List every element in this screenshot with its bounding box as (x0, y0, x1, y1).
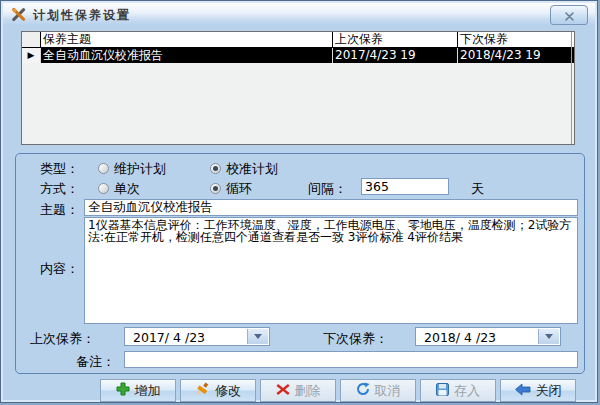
radio-single[interactable] (98, 183, 109, 194)
last-maintenance-dropdown-button[interactable] (247, 329, 268, 344)
radio-single-label[interactable]: 单次 (114, 180, 140, 198)
delete-button-label: 删除 (295, 382, 321, 400)
plan-detail-panel: 类型： 维护计划 校准计划 方式： 单次 循环 间隔： 天 主题： 内容： 1仪… (15, 153, 585, 374)
close-button[interactable]: 关闭 (500, 379, 576, 402)
save-button[interactable]: 存入 (420, 379, 496, 402)
close-button-label: 关闭 (536, 382, 562, 400)
selector-column-header (22, 32, 40, 47)
cell-next-maintenance[interactable]: 2018/4/23 19 (457, 48, 574, 63)
radio-maintenance-plan[interactable] (98, 163, 109, 174)
delete-button[interactable]: 删除 (260, 379, 336, 402)
chevron-down-icon (254, 334, 262, 339)
radio-cycle-label[interactable]: 循环 (226, 180, 252, 198)
type-label: 类型： (40, 160, 79, 178)
cell-last-maintenance[interactable]: 2017/4/23 19 (332, 48, 457, 63)
title-bar[interactable]: 计划性保养设置 (3, 3, 595, 25)
close-arrow-icon (515, 383, 531, 399)
add-button[interactable]: 增加 (100, 379, 176, 402)
row-selector-icon: ▶ (22, 48, 40, 63)
last-maintenance-value: 2017/ 4 /23 (133, 330, 205, 345)
cancel-button-label: 取消 (375, 382, 401, 400)
edit-button-label: 修改 (215, 382, 241, 400)
next-maintenance-value: 2018/ 4 /23 (424, 330, 496, 345)
table-header-row: 保养主题 上次保养 下次保养 (22, 32, 574, 48)
table-row[interactable]: ▶ 全自动血沉仪校准报告 2017/4/23 19 2018/4/23 19 (22, 48, 574, 63)
add-button-label: 增加 (135, 382, 161, 400)
remark-input[interactable] (124, 351, 578, 368)
maintenance-tools-icon (11, 7, 26, 22)
cancel-button[interactable]: 取消 (340, 379, 416, 402)
save-disk-icon (436, 383, 449, 399)
column-header-subject[interactable]: 保养主题 (40, 32, 332, 47)
cell-subject[interactable]: 全自动血沉仪校准报告 (40, 48, 332, 63)
radio-maintenance-plan-label[interactable]: 维护计划 (114, 160, 166, 178)
last-maintenance-datepicker[interactable]: 2017/ 4 /23 (124, 327, 270, 346)
interval-input[interactable] (361, 178, 449, 195)
next-maintenance-dropdown-button[interactable] (538, 329, 559, 344)
radio-cycle[interactable] (210, 183, 221, 194)
table-right-edge (571, 32, 572, 144)
radio-calibration-plan-label[interactable]: 校准计划 (226, 160, 278, 178)
edit-button[interactable]: 修改 (180, 379, 256, 402)
chevron-down-icon (545, 334, 553, 339)
content-textarea[interactable]: 1仪器基本信息评价：工作环境温度、湿度，工作电源电压、零地电压，温度检测；2试验… (84, 217, 578, 324)
last-maintenance-label: 上次保养： (30, 330, 95, 348)
next-maintenance-label: 下次保养： (323, 330, 388, 348)
close-icon (565, 6, 574, 25)
save-button-label: 存入 (454, 382, 480, 400)
content-label: 内容： (40, 260, 79, 278)
subject-input[interactable] (84, 199, 578, 216)
interval-label: 间隔： (308, 180, 347, 198)
maintenance-plan-table[interactable]: 保养主题 上次保养 下次保养 ▶ 全自动血沉仪校准报告 2017/4/23 19… (21, 31, 575, 145)
button-bar: 增加 修改 删除 (100, 379, 576, 402)
mode-label: 方式： (40, 180, 79, 198)
delete-x-icon (276, 383, 290, 399)
cancel-undo-icon (356, 382, 370, 399)
window-title: 计划性保养设置 (33, 7, 131, 24)
edit-pencil-icon (195, 382, 210, 399)
next-maintenance-datepicker[interactable]: 2018/ 4 /23 (415, 327, 561, 346)
dialog-window: 计划性保养设置 保养主题 上次保养 下次保养 ▶ 全自动血沉仪校准报告 2017… (0, 0, 598, 403)
radio-calibration-plan[interactable] (210, 163, 221, 174)
column-header-last-maintenance[interactable]: 上次保养 (332, 32, 457, 47)
window-close-button[interactable] (550, 5, 588, 25)
subject-label: 主题： (40, 201, 79, 219)
add-plus-icon (116, 382, 130, 399)
interval-unit-label: 天 (471, 180, 484, 198)
column-header-next-maintenance[interactable]: 下次保养 (457, 32, 574, 47)
remark-label: 备注： (76, 353, 115, 371)
